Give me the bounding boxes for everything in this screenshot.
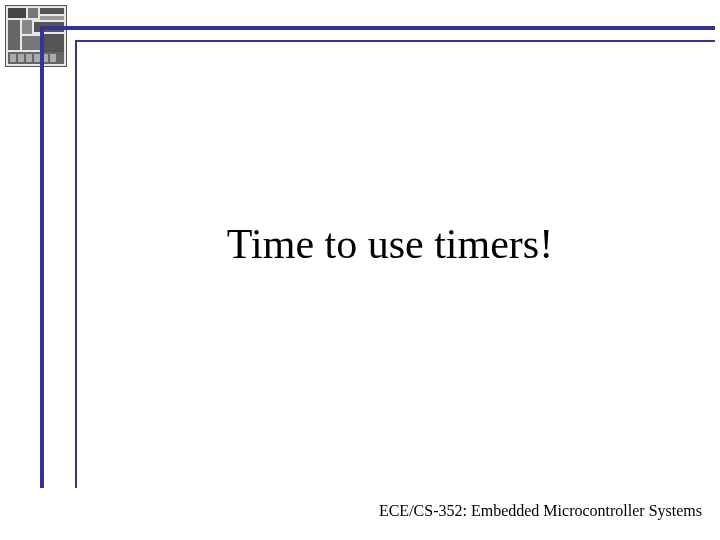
svg-rect-5 <box>8 20 20 50</box>
svg-rect-2 <box>28 8 38 18</box>
slide-title: Time to use timers! <box>80 220 700 268</box>
top-rule-thin <box>75 40 715 42</box>
course-logo <box>5 5 67 67</box>
svg-rect-16 <box>50 54 56 62</box>
slide-footer: ECE/CS-352: Embedded Microcontroller Sys… <box>379 502 702 520</box>
left-rule-thin <box>75 40 77 488</box>
left-rule-thick <box>40 26 44 488</box>
slide: Time to use timers! ECE/CS-352: Embedded… <box>0 0 720 540</box>
svg-rect-8 <box>22 36 42 50</box>
svg-rect-1 <box>8 8 26 18</box>
svg-rect-6 <box>22 20 32 34</box>
svg-rect-9 <box>44 34 64 52</box>
top-rule-thick <box>40 26 715 30</box>
svg-rect-13 <box>26 54 32 62</box>
svg-rect-11 <box>10 54 16 62</box>
svg-rect-4 <box>40 16 64 20</box>
svg-rect-12 <box>18 54 24 62</box>
svg-rect-3 <box>40 8 64 14</box>
